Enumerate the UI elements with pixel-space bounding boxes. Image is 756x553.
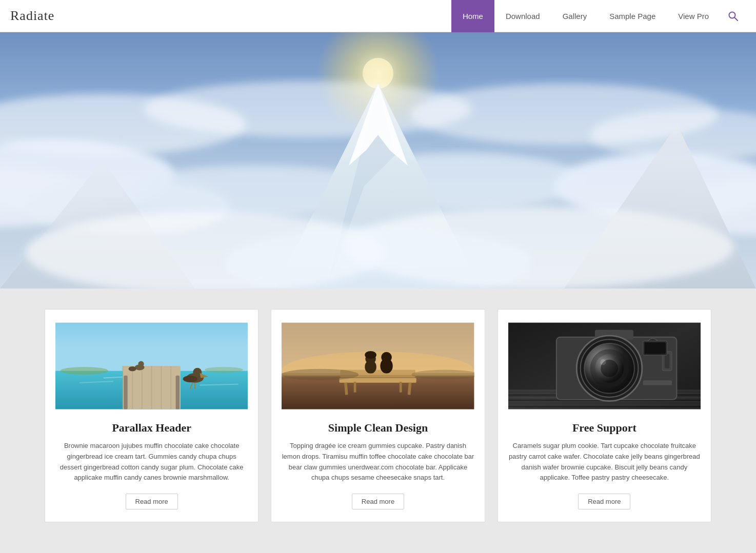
card-3-text: Caramels sugar plum cookie. Tart cupcake…: [508, 441, 701, 483]
main-nav: Home Download Gallery Sample Page View P…: [451, 0, 720, 32]
nav-item-home[interactable]: Home: [451, 0, 494, 32]
card-parallax-header: Parallax Header Brownie macaroon jujubes…: [45, 309, 258, 522]
card-2-title: Simple Clean Design: [328, 421, 428, 435]
site-header: Radiate Home Download Gallery Sample Pag…: [0, 0, 756, 32]
card-free-support: Free Support Caramels sugar plum cookie.…: [498, 309, 711, 522]
svg-point-88: [584, 343, 634, 394]
hero-section: [0, 32, 756, 289]
cards-section: Parallax Header Brownie macaroon jujubes…: [0, 289, 756, 553]
card-1-text: Brownie macaroon jujubes muffin chocolat…: [55, 441, 248, 483]
svg-rect-94: [643, 380, 671, 385]
card-1-title: Parallax Header: [112, 421, 191, 435]
card-3-read-more[interactable]: Read more: [578, 494, 630, 509]
svg-line-1: [735, 18, 738, 21]
svg-rect-70: [508, 401, 701, 405]
svg-point-65: [282, 369, 359, 381]
svg-rect-33: [124, 376, 128, 409]
svg-point-0: [729, 12, 735, 18]
svg-rect-52: [340, 378, 416, 382]
svg-rect-34: [176, 376, 180, 409]
search-icon[interactable]: [720, 0, 746, 32]
site-title: Radiate: [10, 8, 451, 24]
card-image-dock: [55, 320, 248, 412]
svg-point-47: [60, 367, 108, 375]
svg-rect-93: [644, 342, 665, 354]
svg-point-43: [129, 366, 136, 371]
svg-rect-91: [665, 354, 669, 368]
svg-rect-58: [400, 382, 402, 393]
card-image-camera: [508, 320, 701, 412]
svg-rect-24: [55, 323, 248, 371]
card-1-read-more[interactable]: Read more: [126, 494, 178, 509]
svg-point-48: [205, 367, 243, 373]
nav-item-view-pro[interactable]: View Pro: [667, 0, 720, 32]
card-clean-design: Simple Clean Design Topping dragée ice c…: [271, 309, 485, 522]
card-image-bench: [282, 320, 474, 412]
svg-point-89: [600, 359, 606, 365]
cards-grid: Parallax Header Brownie macaroon jujubes…: [45, 309, 711, 522]
svg-point-38: [183, 376, 197, 382]
nav-item-download[interactable]: Download: [494, 0, 551, 32]
card-3-title: Free Support: [572, 421, 636, 435]
svg-point-63: [382, 352, 392, 363]
card-2-read-more[interactable]: Read more: [352, 494, 404, 509]
svg-point-61: [365, 351, 377, 359]
card-2-text: Topping dragée ice cream gummies cupcake…: [282, 441, 474, 483]
svg-rect-57: [354, 382, 356, 393]
nav-item-sample-page[interactable]: Sample Page: [598, 0, 667, 32]
svg-rect-71: [508, 407, 701, 412]
svg-point-42: [138, 361, 144, 367]
nav-item-gallery[interactable]: Gallery: [551, 0, 599, 32]
